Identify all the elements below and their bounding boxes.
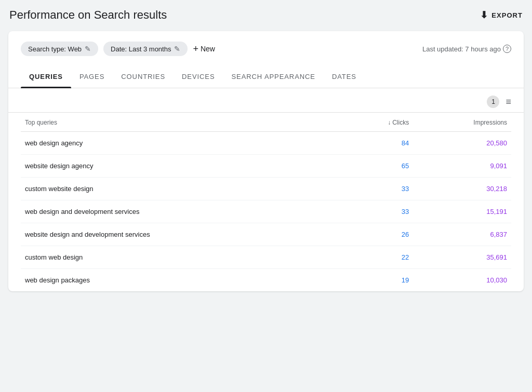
date-edit-icon: ✎	[174, 45, 180, 53]
new-label: New	[201, 45, 215, 53]
cell-clicks: 65	[340, 155, 414, 178]
filters-row: Search type: Web ✎ Date: Last 3 months ✎…	[21, 42, 511, 56]
search-type-label: Search type: Web	[28, 45, 82, 53]
cell-query: website design agency	[21, 155, 340, 178]
cell-query: website design and development services	[21, 223, 340, 246]
export-icon: ⬇	[480, 9, 488, 21]
cell-clicks: 22	[340, 246, 414, 269]
search-type-filter[interactable]: Search type: Web ✎	[21, 42, 98, 56]
table-row[interactable]: custom web design2235,691	[21, 246, 511, 269]
filter-lines-icon[interactable]: ≡	[506, 97, 511, 107]
cell-impressions: 35,691	[413, 246, 511, 269]
table-body: web design agency8420,580website design …	[21, 132, 511, 292]
date-filter[interactable]: Date: Last 3 months ✎	[103, 42, 188, 56]
tab-devices[interactable]: DEVICES	[174, 66, 223, 88]
table-row[interactable]: web design packages1910,030	[21, 269, 511, 292]
queries-table: Top queries ↓Clicks Impressions web desi…	[21, 113, 511, 291]
help-icon[interactable]: ?	[503, 45, 511, 53]
tabs-bar: QUERIES PAGES COUNTRIES DEVICES SEARCH A…	[8, 66, 524, 88]
search-type-edit-icon: ✎	[85, 45, 91, 53]
plus-icon: +	[193, 44, 198, 55]
export-label: EXPORT	[491, 11, 523, 19]
tab-search-appearance[interactable]: SEARCH APPEARANCE	[223, 66, 323, 88]
cell-clicks: 33	[340, 178, 414, 200]
col-header-clicks[interactable]: ↓Clicks	[340, 113, 414, 132]
export-button[interactable]: ⬇ EXPORT	[480, 9, 523, 21]
cell-query: web design and development services	[21, 200, 340, 223]
cell-impressions: 10,030	[413, 269, 511, 292]
cell-clicks: 33	[340, 200, 414, 223]
cell-impressions: 20,580	[413, 132, 511, 155]
cell-clicks: 26	[340, 223, 414, 246]
tab-dates[interactable]: DATES	[324, 66, 365, 88]
date-label: Date: Last 3 months	[111, 45, 171, 53]
table-row[interactable]: custom website design3330,218	[21, 178, 511, 200]
cell-clicks: 84	[340, 132, 414, 155]
table-row[interactable]: website design agency659,091	[21, 155, 511, 178]
cell-impressions: 6,837	[413, 223, 511, 246]
tab-pages[interactable]: PAGES	[71, 66, 113, 88]
table-controls: 1 ≡	[8, 88, 524, 113]
main-card: Search type: Web ✎ Date: Last 3 months ✎…	[8, 31, 524, 291]
cell-query: web design agency	[21, 132, 340, 155]
filter-count-badge[interactable]: 1	[487, 96, 499, 108]
cell-query: web design packages	[21, 269, 340, 292]
sort-down-icon: ↓	[388, 119, 391, 126]
cell-impressions: 9,091	[413, 155, 511, 178]
tab-queries[interactable]: QUERIES	[21, 66, 71, 88]
new-button[interactable]: + New	[193, 44, 215, 55]
page-title: Performance on Search results	[9, 8, 167, 22]
cell-impressions: 15,191	[413, 200, 511, 223]
col-header-impressions: Impressions	[413, 113, 511, 132]
table-row[interactable]: website design and development services2…	[21, 223, 511, 246]
table-header-row: Top queries ↓Clicks Impressions	[21, 113, 511, 132]
last-updated: Last updated: 7 hours ago ?	[422, 45, 511, 53]
page-header: Performance on Search results ⬇ EXPORT	[8, 8, 524, 22]
cell-clicks: 19	[340, 269, 414, 292]
cell-impressions: 30,218	[413, 178, 511, 200]
tab-countries[interactable]: COUNTRIES	[113, 66, 174, 88]
last-updated-text: Last updated: 7 hours ago	[422, 45, 501, 53]
col-header-query: Top queries	[21, 113, 340, 132]
cell-query: custom website design	[21, 178, 340, 200]
cell-query: custom web design	[21, 246, 340, 269]
table-row[interactable]: web design and development services3315,…	[21, 200, 511, 223]
table-row[interactable]: web design agency8420,580	[21, 132, 511, 155]
